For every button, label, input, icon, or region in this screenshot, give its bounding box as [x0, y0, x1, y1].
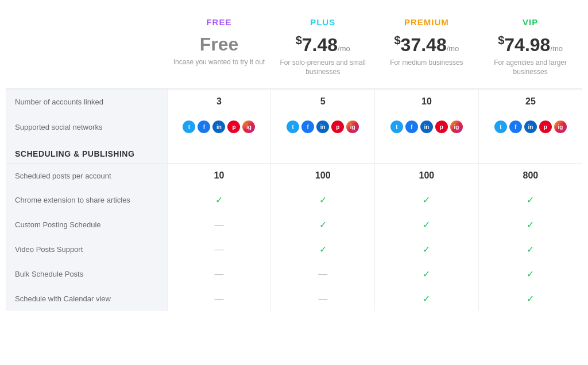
- price-vip-dollar: $: [498, 34, 504, 46]
- check-icon: ✓: [527, 294, 534, 304]
- scheduled-posts-label: Scheduled posts per account: [6, 164, 167, 188]
- price-vip: $74.98/mo For agencies and larger busine…: [478, 29, 582, 79]
- price-vip-permo: /mo: [550, 44, 563, 53]
- twitter-icon-free: t: [183, 121, 195, 133]
- check-icon: ✓: [527, 195, 534, 205]
- video-posts-plus: ✓: [271, 237, 375, 262]
- video-posts-premium: ✓: [375, 237, 479, 262]
- custom-posting-plus: ✓: [271, 212, 375, 237]
- section-blank-free: [167, 140, 271, 164]
- video-posts-free: —: [167, 237, 271, 262]
- video-posts-label: Video Posts Support: [6, 237, 167, 262]
- section-blank-vip: [478, 140, 582, 164]
- instagram-icon-vip: ig: [554, 121, 567, 133]
- row-video-posts: Video Posts Support — ✓ ✓ ✓: [6, 237, 582, 262]
- plan-header-premium: PREMIUM: [375, 11, 479, 29]
- twitter-icon-vip: t: [494, 121, 507, 133]
- row-custom-posting: Custom Posting Schedule — ✓ ✓ ✓: [6, 212, 582, 237]
- accounts-linked-premium: 10: [375, 89, 479, 114]
- linkedin-icon-free: in: [212, 121, 225, 133]
- social-networks-label: Supported social networks: [6, 114, 167, 140]
- row-scheduled-posts: Scheduled posts per account 10 100 100 8…: [6, 164, 582, 188]
- facebook-icon-plus: f: [301, 121, 314, 133]
- linkedin-icon-plus: in: [316, 121, 329, 133]
- dash-icon: —: [318, 269, 327, 279]
- dash-icon: —: [214, 220, 223, 230]
- check-icon: ✓: [527, 269, 534, 279]
- price-plus-amount: $7.48/mo: [276, 34, 370, 56]
- social-icons-premium: t f in p ig: [380, 121, 474, 133]
- row-accounts-linked: Number of accounts linked 3 5 10 25: [6, 89, 582, 114]
- plan-header-plus: PLUS: [271, 11, 375, 29]
- check-icon: ✓: [319, 244, 327, 254]
- calendar-view-vip: ✓: [478, 286, 582, 311]
- price-blank: [6, 29, 167, 79]
- scheduled-posts-vip: 800: [478, 164, 582, 188]
- facebook-icon-vip: f: [509, 121, 522, 133]
- check-icon: ✓: [423, 269, 430, 279]
- instagram-icon-free: ig: [242, 121, 255, 133]
- price-vip-sub: For agencies and larger businesses: [483, 58, 578, 77]
- accounts-linked-free: 3: [167, 89, 271, 114]
- plan-label-plus: PLUS: [271, 11, 375, 29]
- social-networks-free: t f in p ig: [167, 114, 271, 140]
- section-blank-plus: [271, 140, 375, 164]
- pricing-table: FREE PLUS PREMIUM VIP Free Incase you wa…: [6, 11, 582, 311]
- instagram-icon-premium: ig: [450, 121, 463, 133]
- bulk-schedule-free: —: [167, 262, 271, 286]
- row-social-networks: Supported social networks t f in p ig t …: [6, 114, 582, 140]
- check-icon: ✓: [423, 294, 430, 304]
- chrome-ext-label: Chrome extension to share articles: [6, 188, 167, 212]
- row-calendar-view: Schedule with Calendar view — — ✓ ✓: [6, 286, 582, 311]
- section-blank-premium: [375, 140, 479, 164]
- facebook-icon-free: f: [198, 121, 210, 133]
- price-premium-dollar: $: [394, 34, 400, 46]
- price-free-sub: Incase you wanted to try it out: [172, 57, 266, 67]
- header-separator: [6, 79, 582, 89]
- accounts-linked-vip: 25: [478, 89, 582, 114]
- social-icons-free: t f in p ig: [172, 121, 266, 133]
- check-icon: ✓: [423, 220, 430, 230]
- blank-header: [6, 11, 167, 29]
- dash-icon: —: [318, 294, 327, 304]
- chrome-ext-premium: ✓: [375, 188, 479, 212]
- social-networks-premium: t f in p ig: [375, 114, 479, 140]
- bulk-schedule-premium: ✓: [375, 262, 479, 286]
- check-icon: ✓: [423, 244, 430, 254]
- twitter-icon-plus: t: [287, 121, 299, 133]
- section-scheduling-label: SCHEDULING & PUBLISHING: [6, 140, 167, 164]
- price-plus-dollar: $: [296, 34, 302, 46]
- linkedin-icon-premium: in: [420, 121, 433, 133]
- linkedin-icon-vip: in: [524, 121, 537, 133]
- bulk-schedule-vip: ✓: [478, 262, 582, 286]
- plan-header-free: FREE: [167, 11, 271, 29]
- accounts-linked-plus: 5: [271, 89, 375, 114]
- scheduled-posts-premium: 100: [375, 164, 479, 188]
- check-icon: ✓: [527, 220, 534, 230]
- row-bulk-schedule: Bulk Schedule Posts — — ✓ ✓: [6, 262, 582, 286]
- plan-label-free: FREE: [167, 11, 271, 29]
- bulk-schedule-plus: —: [271, 262, 375, 286]
- pinterest-icon-vip: p: [539, 121, 552, 133]
- price-premium-amount: $37.48/mo: [380, 34, 474, 56]
- row-chrome-ext: Chrome extension to share articles ✓ ✓ ✓…: [6, 188, 582, 212]
- accounts-linked-label: Number of accounts linked: [6, 89, 167, 114]
- instagram-icon-plus: ig: [346, 121, 359, 133]
- custom-posting-premium: ✓: [375, 212, 479, 237]
- price-plus-permo: /mo: [338, 44, 350, 53]
- chrome-ext-plus: ✓: [271, 188, 375, 212]
- video-posts-vip: ✓: [478, 237, 582, 262]
- social-networks-plus: t f in p ig: [271, 114, 375, 140]
- check-icon: ✓: [527, 244, 534, 254]
- twitter-icon-premium: t: [390, 121, 403, 133]
- row-section-scheduling: SCHEDULING & PUBLISHING: [6, 140, 582, 164]
- dash-icon: —: [214, 244, 223, 254]
- calendar-view-label: Schedule with Calendar view: [6, 286, 167, 311]
- price-plus-sub: For solo-preneurs and small businesses: [276, 58, 370, 77]
- pricing-wrapper: FREE PLUS PREMIUM VIP Free Incase you wa…: [0, 0, 588, 323]
- check-icon: ✓: [423, 195, 430, 205]
- check-icon: ✓: [319, 220, 327, 230]
- price-premium-permo: /mo: [447, 44, 459, 53]
- price-free: Free Incase you wanted to try it out: [167, 29, 271, 79]
- social-networks-vip: t f in p ig: [478, 114, 582, 140]
